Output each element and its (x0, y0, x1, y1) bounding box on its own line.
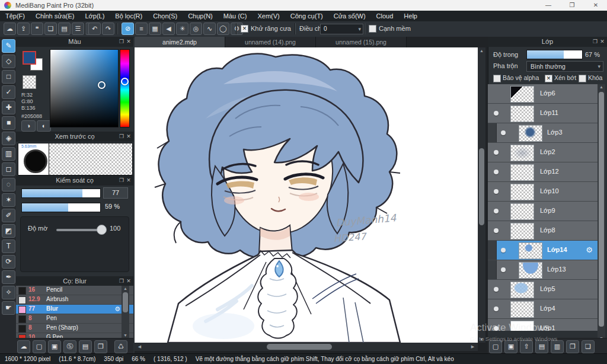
lasso-tool[interactable]: ◌ (2, 178, 15, 191)
dot-pen-tool[interactable]: ✓ (2, 85, 15, 99)
undo-icon[interactable]: ↶ (88, 23, 101, 35)
layer-row-lớp12[interactable]: Lớp12 (488, 162, 598, 182)
layer-row-lớp11[interactable]: Lớp11 (488, 104, 598, 123)
alpha-lock-checkbox[interactable] (493, 75, 501, 82)
select-pen-tool[interactable]: ✐ (2, 209, 15, 222)
menu-bo-loc[interactable]: Bộ lọc(R) (110, 11, 148, 21)
restore-button[interactable]: ❐ (560, 0, 584, 11)
brush-item-pencil[interactable]: 16Pencil (16, 286, 133, 295)
layer-row-lớp14[interactable]: Lớp14⚙ (488, 241, 598, 260)
clipping-checkbox[interactable]: ✕ (545, 75, 552, 82)
layer-row-lớp5[interactable]: Lớp5 (488, 280, 598, 299)
popup-panel-icon[interactable]: ❐ (118, 37, 125, 46)
layer-up-icon[interactable]: ⇧ (520, 340, 533, 353)
select-eraser-tool[interactable]: ◩ (2, 224, 15, 238)
duplicate-layer-icon[interactable]: ❐ (566, 340, 579, 353)
bucket-tool[interactable]: ◈ (2, 132, 15, 145)
cloud-icon[interactable]: ☁ (4, 23, 16, 35)
brush-preview-header[interactable]: Xem trước cọ ❐ ✕ (16, 132, 133, 142)
brush-size-slider[interactable] (21, 189, 101, 198)
canvas-horizontal-scrollbar[interactable]: ◀ ▶ (135, 343, 478, 351)
color-gradient-box[interactable] (50, 49, 119, 127)
menu-cloud[interactable]: Cloud (371, 11, 399, 21)
comment-icon[interactable]: ❝ (31, 23, 43, 35)
snap-ellipse-icon[interactable]: ◯ (217, 23, 229, 35)
layer-visible-dot[interactable] (494, 287, 499, 292)
tab-anime2-mdp[interactable]: anime2.mdp (135, 37, 225, 47)
snap-circle-icon[interactable]: ◎ (190, 23, 202, 35)
layer-visible-dot[interactable] (501, 267, 506, 272)
brush-item-blur[interactable]: 77Blur⚙ (16, 305, 133, 314)
minimize-button[interactable]: — (536, 0, 560, 11)
scroll-up-icon[interactable]: ▲ (598, 85, 605, 89)
menu-mau[interactable]: Màu (C) (218, 11, 253, 21)
menu-cua-so[interactable]: Cửa sổ(W) (328, 11, 371, 21)
canvas[interactable]: DuyManh14 HD247 (135, 47, 478, 343)
cloud-download-icon[interactable]: ☁ (17, 340, 30, 353)
layer-panel-header[interactable]: Lớp ❐ ✕ (488, 37, 607, 47)
move-tool[interactable]: ✚ (2, 101, 15, 114)
gear-icon[interactable]: ⚙ (586, 245, 593, 254)
scroll-down-icon[interactable]: ▼ (122, 333, 129, 337)
menu-lop[interactable]: Lớp(L) (79, 11, 110, 21)
snap-parallel-icon[interactable]: ≡ (135, 23, 148, 35)
transparent-color-swatch[interactable] (23, 75, 36, 89)
layer-visible-dot[interactable] (501, 248, 506, 253)
transform-tool[interactable]: ⟳ (2, 255, 15, 269)
scrollbar-thumb[interactable] (479, 148, 484, 225)
eraser-tool[interactable]: ◇ (2, 55, 15, 68)
layer-row-lớp3[interactable]: Lớp3 (488, 123, 598, 143)
hand-tool[interactable]: ☛ (2, 301, 15, 315)
close-icon[interactable]: ✕ (125, 176, 132, 185)
layer-row-lớp9[interactable]: Lớp9 (488, 202, 598, 221)
snap-off-icon[interactable]: ⊘ (122, 23, 134, 35)
select-rect-tool[interactable]: ◻ (2, 162, 15, 176)
gear-icon[interactable]: ⚙ (114, 305, 120, 313)
snap-curve-icon[interactable]: ∿ (203, 23, 216, 35)
scroll-up-icon[interactable]: ▲ (122, 286, 129, 290)
snap-grid-icon[interactable]: ▦ (149, 23, 161, 35)
brush-item-pen[interactable]: 8Pen (16, 314, 133, 324)
fill-shape-tool[interactable]: ■ (2, 116, 15, 130)
document-icon[interactable]: ▤ (58, 23, 71, 35)
text-tool[interactable]: T (2, 240, 15, 253)
snap-radial-icon[interactable]: ✳ (176, 23, 189, 35)
antialias-checkbox[interactable]: ✕ (241, 25, 248, 33)
scroll-right-icon[interactable]: ▶ (469, 344, 477, 349)
canvas-vertical-scrollbar[interactable]: ▲ ▼ (478, 47, 485, 343)
menu-cong-cu[interactable]: Công cụ(T) (285, 11, 328, 21)
scrollbar-thumb[interactable] (599, 92, 604, 327)
close-icon[interactable]: ✕ (599, 37, 606, 46)
foreground-color-swatch[interactable] (23, 51, 36, 65)
close-icon[interactable]: ✕ (125, 132, 132, 141)
comment-box-icon[interactable]: ❏ (44, 23, 57, 35)
gradient-tool[interactable]: ▥ (2, 147, 15, 161)
layer-visible-dot[interactable] (494, 189, 499, 194)
layer-visible-dot[interactable] (494, 209, 499, 213)
close-icon[interactable]: ✕ (125, 37, 132, 46)
shape-brush-tool[interactable]: □ (2, 70, 15, 84)
checklist-icon[interactable]: ☰ (72, 23, 84, 35)
layer-blend-dropdown[interactable]: Bình thường ▾ (526, 61, 603, 72)
rename-layer-icon[interactable]: ▣ (504, 340, 517, 353)
brush-item-airbrush[interactable]: 12.9Airbrush (16, 295, 133, 305)
add-layer-menu-icon[interactable]: ▤ (535, 340, 548, 353)
slice-tool[interactable]: ✒ (2, 270, 15, 284)
folder-icon[interactable]: ▤ (79, 340, 92, 353)
popup-panel-icon[interactable]: ❐ (118, 132, 125, 141)
blur-opacity-slider[interactable] (56, 229, 101, 231)
menu-chup[interactable]: Chụp(N) (183, 11, 218, 21)
soft-edge-checkbox[interactable] (369, 25, 376, 33)
magic-wand-tool[interactable]: ✶ (2, 193, 15, 207)
layer-row-lớp6[interactable]: Lớp6 (488, 84, 598, 104)
layer-visible-dot[interactable] (494, 111, 499, 116)
script-brush-icon[interactable]: Ⓢ (63, 340, 76, 353)
upload-icon[interactable]: ⇪ (17, 23, 30, 35)
new-layer-icon[interactable]: ▢ (489, 340, 502, 353)
hue-bar[interactable] (120, 49, 130, 127)
menu-xem[interactable]: Xem(V) (252, 11, 285, 21)
delete-brush-icon[interactable]: ♺ (114, 340, 127, 353)
menu-chon[interactable]: Chọn(S) (148, 11, 183, 21)
folder-icon[interactable]: ▥ (551, 340, 564, 353)
popup-panel-icon[interactable]: ❐ (592, 37, 599, 46)
